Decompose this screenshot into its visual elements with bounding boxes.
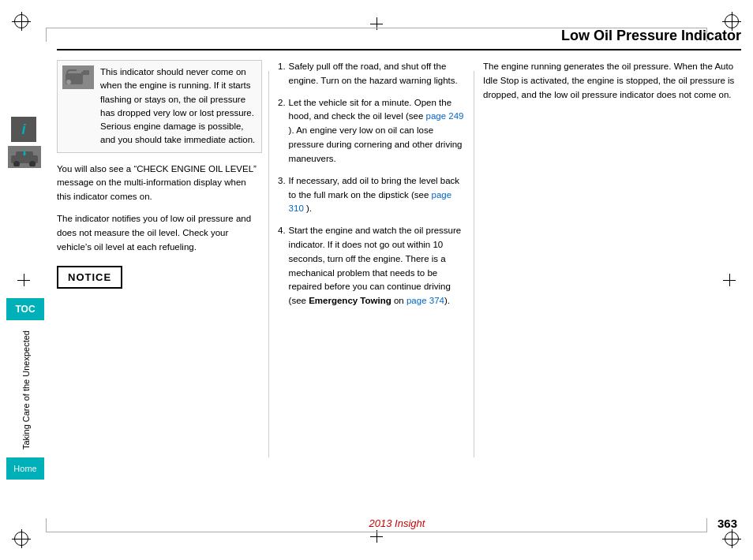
svg-rect-6 xyxy=(81,72,84,75)
list-item: 1. Safely pull off the road, and shut of… xyxy=(278,60,467,88)
list-item: 2. Let the vehicle sit for a minute. Ope… xyxy=(278,96,467,166)
footer-center: 2013 Insight xyxy=(369,517,425,529)
list-item: 4. Start the engine and watch the oil pr… xyxy=(278,224,467,308)
content-area: This indicator should never come on when… xyxy=(57,60,741,316)
right-column-text: The engine running generates the oil pre… xyxy=(483,60,741,102)
title-area: Low Oil Pressure Indicator xyxy=(57,28,741,50)
col-divider-1 xyxy=(268,71,269,457)
reg-mark-top-right xyxy=(725,14,739,28)
notice-box: NOTICE xyxy=(57,266,122,289)
middle-column: 1. Safely pull off the road, and shut of… xyxy=(278,60,467,316)
link-page310[interactable]: page 310 xyxy=(289,190,451,214)
notice-label: NOTICE xyxy=(68,271,111,283)
home-label: Home xyxy=(13,464,36,473)
col-divider-2 xyxy=(474,71,474,457)
footer: 2013 Insight 363 xyxy=(57,517,737,530)
page-title: Low Oil Pressure Indicator xyxy=(561,28,741,44)
left-column: This indicator should never come on when… xyxy=(57,60,262,316)
page-number: 363 xyxy=(717,517,737,530)
oil-can-icon xyxy=(62,65,94,89)
reg-mark-bottom-right xyxy=(725,532,739,546)
left-sidebar: i TOC Taking Care of the Unexpected Home xyxy=(0,0,57,560)
sidebar-vertical-text: Taking Care of the Unexpected xyxy=(0,327,51,454)
info-box-text: This indicator should never come on when… xyxy=(100,65,257,147)
car-icon xyxy=(8,146,41,168)
toc-label: TOC xyxy=(15,304,35,315)
right-column: The engine running generates the oil pre… xyxy=(483,60,741,316)
main-content: Low Oil Pressure Indicator This indicato… xyxy=(57,28,741,532)
info-icon: i xyxy=(11,117,36,142)
emergency-towing-link[interactable]: Emergency Towing xyxy=(309,296,391,305)
indicator-text: The indicator notifies you of low oil pr… xyxy=(57,212,262,254)
home-button[interactable]: Home xyxy=(6,457,44,480)
list-item: 3. If necessary, add oil to bring the le… xyxy=(278,174,467,216)
check-engine-text: You will also see a “CHECK ENGINE OIL LE… xyxy=(57,162,262,204)
info-box: This indicator should never come on when… xyxy=(57,60,262,153)
toc-button[interactable]: TOC xyxy=(6,298,44,320)
steps-list: 1. Safely pull off the road, and shut of… xyxy=(278,60,467,308)
link-page249[interactable]: page 249 xyxy=(425,111,463,121)
svg-point-7 xyxy=(66,80,71,84)
link-page374[interactable]: page 374 xyxy=(406,296,444,305)
